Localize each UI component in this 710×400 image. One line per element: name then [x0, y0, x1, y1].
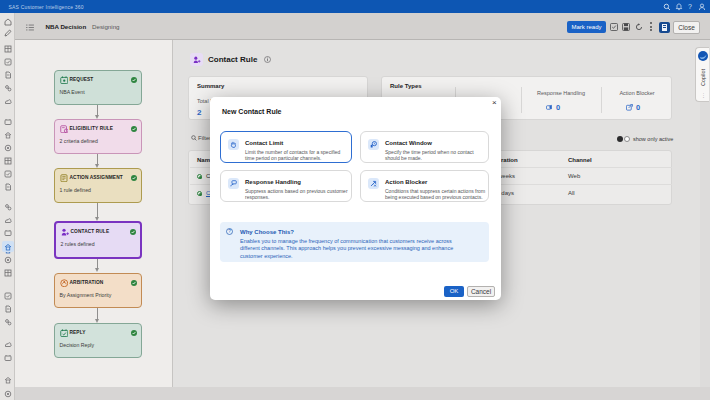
svg-text:?: ? — [228, 229, 231, 234]
